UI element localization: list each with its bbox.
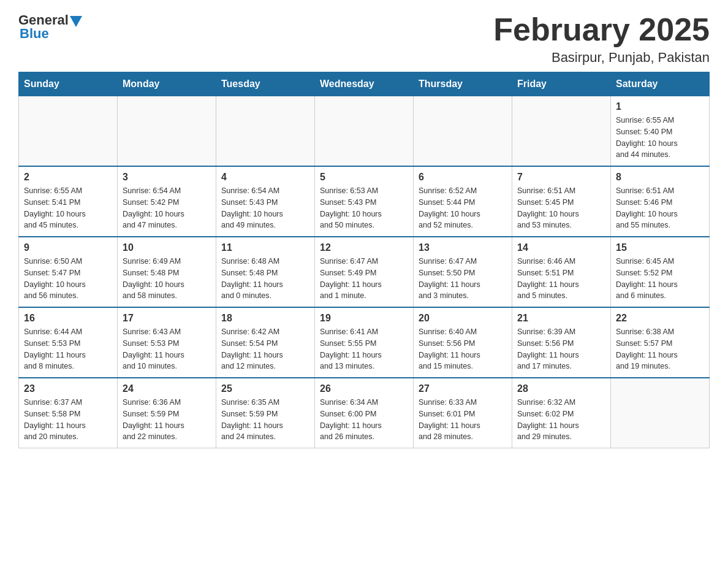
weekday-header-tuesday: Tuesday [216,72,315,96]
day-number: 21 [517,313,605,324]
calendar-cell: 7Sunrise: 6:51 AM Sunset: 5:45 PM Daylig… [512,166,611,237]
day-number: 19 [320,313,408,324]
weekday-header-friday: Friday [512,72,611,96]
logo-triangle-icon [70,16,82,27]
calendar-cell: 26Sunrise: 6:34 AM Sunset: 6:00 PM Dayli… [315,378,414,448]
day-info: Sunrise: 6:54 AM Sunset: 5:43 PM Dayligh… [221,185,309,231]
calendar-cell: 13Sunrise: 6:47 AM Sunset: 5:50 PM Dayli… [414,237,512,307]
calendar-cell: 3Sunrise: 6:54 AM Sunset: 5:42 PM Daylig… [118,166,216,237]
calendar-cell: 18Sunrise: 6:42 AM Sunset: 5:54 PM Dayli… [216,307,315,378]
calendar-cell: 9Sunrise: 6:50 AM Sunset: 5:47 PM Daylig… [19,237,118,307]
day-number: 9 [24,242,112,253]
logo-blue: Blue [20,26,49,42]
calendar-cell: 15Sunrise: 6:45 AM Sunset: 5:52 PM Dayli… [611,237,710,307]
day-info: Sunrise: 6:37 AM Sunset: 5:58 PM Dayligh… [24,397,112,443]
calendar-cell: 25Sunrise: 6:35 AM Sunset: 5:59 PM Dayli… [216,378,315,448]
day-number: 1 [616,101,704,112]
header: General Blue February 2025 Basirpur, Pun… [18,12,710,66]
day-info: Sunrise: 6:40 AM Sunset: 5:56 PM Dayligh… [419,326,507,372]
day-number: 12 [320,242,408,253]
day-info: Sunrise: 6:50 AM Sunset: 5:47 PM Dayligh… [24,256,112,302]
calendar-cell: 2Sunrise: 6:55 AM Sunset: 5:41 PM Daylig… [19,166,118,237]
calendar-cell: 24Sunrise: 6:36 AM Sunset: 5:59 PM Dayli… [118,378,216,448]
day-info: Sunrise: 6:55 AM Sunset: 5:41 PM Dayligh… [24,185,112,231]
day-info: Sunrise: 6:51 AM Sunset: 5:46 PM Dayligh… [616,185,704,231]
calendar-cell [414,96,512,167]
calendar-cell: 10Sunrise: 6:49 AM Sunset: 5:48 PM Dayli… [118,237,216,307]
day-info: Sunrise: 6:54 AM Sunset: 5:42 PM Dayligh… [123,185,211,231]
day-info: Sunrise: 6:33 AM Sunset: 6:01 PM Dayligh… [419,397,507,443]
calendar-cell: 16Sunrise: 6:44 AM Sunset: 5:53 PM Dayli… [19,307,118,378]
title-block: February 2025 Basirpur, Punjab, Pakistan [493,12,710,66]
calendar-cell: 5Sunrise: 6:53 AM Sunset: 5:43 PM Daylig… [315,166,414,237]
calendar-cell: 19Sunrise: 6:41 AM Sunset: 5:55 PM Dayli… [315,307,414,378]
calendar-cell [315,96,414,167]
day-info: Sunrise: 6:41 AM Sunset: 5:55 PM Dayligh… [320,326,408,372]
day-number: 24 [123,383,211,394]
calendar-cell [611,378,710,448]
day-number: 8 [616,172,704,183]
day-info: Sunrise: 6:47 AM Sunset: 5:49 PM Dayligh… [320,256,408,302]
day-number: 14 [517,242,605,253]
day-number: 7 [517,172,605,183]
weekday-header-row: SundayMondayTuesdayWednesdayThursdayFrid… [19,72,710,96]
calendar-title: February 2025 [493,12,710,47]
day-info: Sunrise: 6:45 AM Sunset: 5:52 PM Dayligh… [616,256,704,302]
calendar-cell [19,96,118,167]
day-number: 15 [616,242,704,253]
day-info: Sunrise: 6:48 AM Sunset: 5:48 PM Dayligh… [221,256,309,302]
calendar-cell: 23Sunrise: 6:37 AM Sunset: 5:58 PM Dayli… [19,378,118,448]
calendar-cell: 27Sunrise: 6:33 AM Sunset: 6:01 PM Dayli… [414,378,512,448]
day-info: Sunrise: 6:55 AM Sunset: 5:40 PM Dayligh… [616,115,704,161]
day-number: 5 [320,172,408,183]
weekday-header-sunday: Sunday [19,72,118,96]
day-number: 22 [616,313,704,324]
week-row-4: 16Sunrise: 6:44 AM Sunset: 5:53 PM Dayli… [19,307,710,378]
calendar-cell: 20Sunrise: 6:40 AM Sunset: 5:56 PM Dayli… [414,307,512,378]
calendar-cell: 14Sunrise: 6:46 AM Sunset: 5:51 PM Dayli… [512,237,611,307]
day-info: Sunrise: 6:32 AM Sunset: 6:02 PM Dayligh… [517,397,605,443]
day-number: 4 [221,172,309,183]
day-info: Sunrise: 6:35 AM Sunset: 5:59 PM Dayligh… [221,397,309,443]
calendar-cell: 12Sunrise: 6:47 AM Sunset: 5:49 PM Dayli… [315,237,414,307]
day-number: 16 [24,313,112,324]
day-info: Sunrise: 6:47 AM Sunset: 5:50 PM Dayligh… [419,256,507,302]
calendar-subtitle: Basirpur, Punjab, Pakistan [493,50,710,66]
day-info: Sunrise: 6:46 AM Sunset: 5:51 PM Dayligh… [517,256,605,302]
day-number: 10 [123,242,211,253]
day-number: 6 [419,172,507,183]
day-number: 2 [24,172,112,183]
calendar-cell: 17Sunrise: 6:43 AM Sunset: 5:53 PM Dayli… [118,307,216,378]
calendar-cell [216,96,315,167]
week-row-2: 2Sunrise: 6:55 AM Sunset: 5:41 PM Daylig… [19,166,710,237]
calendar-cell: 28Sunrise: 6:32 AM Sunset: 6:02 PM Dayli… [512,378,611,448]
day-info: Sunrise: 6:38 AM Sunset: 5:57 PM Dayligh… [616,326,704,372]
day-number: 18 [221,313,309,324]
week-row-1: 1Sunrise: 6:55 AM Sunset: 5:40 PM Daylig… [19,96,710,167]
day-info: Sunrise: 6:53 AM Sunset: 5:43 PM Dayligh… [320,185,408,231]
day-info: Sunrise: 6:52 AM Sunset: 5:44 PM Dayligh… [419,185,507,231]
calendar-cell: 22Sunrise: 6:38 AM Sunset: 5:57 PM Dayli… [611,307,710,378]
day-info: Sunrise: 6:51 AM Sunset: 5:45 PM Dayligh… [517,185,605,231]
week-row-5: 23Sunrise: 6:37 AM Sunset: 5:58 PM Dayli… [19,378,710,448]
calendar-cell: 21Sunrise: 6:39 AM Sunset: 5:56 PM Dayli… [512,307,611,378]
logo: General Blue [18,12,82,42]
day-info: Sunrise: 6:49 AM Sunset: 5:48 PM Dayligh… [123,256,211,302]
day-number: 3 [123,172,211,183]
weekday-header-saturday: Saturday [611,72,710,96]
day-info: Sunrise: 6:44 AM Sunset: 5:53 PM Dayligh… [24,326,112,372]
day-number: 25 [221,383,309,394]
calendar-cell: 4Sunrise: 6:54 AM Sunset: 5:43 PM Daylig… [216,166,315,237]
calendar-cell: 11Sunrise: 6:48 AM Sunset: 5:48 PM Dayli… [216,237,315,307]
day-number: 23 [24,383,112,394]
calendar-cell: 8Sunrise: 6:51 AM Sunset: 5:46 PM Daylig… [611,166,710,237]
day-number: 17 [123,313,211,324]
day-number: 11 [221,242,309,253]
day-number: 20 [419,313,507,324]
day-info: Sunrise: 6:42 AM Sunset: 5:54 PM Dayligh… [221,326,309,372]
calendar-table: SundayMondayTuesdayWednesdayThursdayFrid… [18,72,710,448]
day-info: Sunrise: 6:34 AM Sunset: 6:00 PM Dayligh… [320,397,408,443]
day-info: Sunrise: 6:39 AM Sunset: 5:56 PM Dayligh… [517,326,605,372]
weekday-header-wednesday: Wednesday [315,72,414,96]
week-row-3: 9Sunrise: 6:50 AM Sunset: 5:47 PM Daylig… [19,237,710,307]
